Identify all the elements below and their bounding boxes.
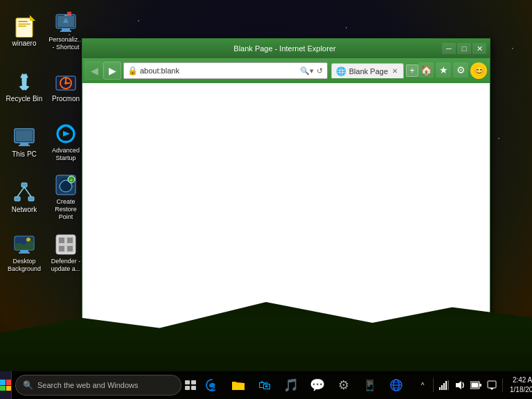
desktop-icon-desktop-background[interactable]: Desktop Background xyxy=(3,225,45,281)
refresh-button[interactable]: ↺ xyxy=(316,66,323,76)
taskbar-clock[interactable]: 2:42 AM 1/18/2016 xyxy=(506,375,532,395)
maximize-button[interactable]: □ xyxy=(457,43,471,54)
ie-address-actions: 🔍▾ ↺ xyxy=(299,66,323,76)
forward-button[interactable]: ▶ xyxy=(103,62,121,80)
desktop-icon-personalize[interactable]: Personaliz...- Shortcut xyxy=(45,3,87,59)
tray-volume-icon[interactable] xyxy=(453,371,467,399)
desktop-icon-winaero[interactable]: winaero xyxy=(3,3,45,59)
svg-rect-43 xyxy=(185,386,190,390)
taskbar-store-icon[interactable]: 🛍 xyxy=(252,373,277,398)
address-lock-icon: 🔒 xyxy=(127,66,137,76)
svg-rect-59 xyxy=(488,381,496,388)
svg-rect-10 xyxy=(60,30,71,32)
windows-logo-icon xyxy=(0,380,11,391)
svg-rect-23 xyxy=(28,197,34,201)
tab-favicon-icon: 🌐 xyxy=(336,66,346,76)
taskbar-divider xyxy=(433,378,434,392)
ie-content-area xyxy=(82,83,490,349)
svg-rect-57 xyxy=(479,384,481,387)
svg-marker-55 xyxy=(456,381,461,389)
svg-line-24 xyxy=(17,187,24,197)
svg-rect-52 xyxy=(443,383,445,390)
desktop-icon-advanced-startup[interactable]: Advanced Startup xyxy=(45,114,87,170)
task-view-button[interactable] xyxy=(185,371,196,399)
svg-marker-5 xyxy=(30,15,35,21)
svg-point-15 xyxy=(64,82,67,85)
svg-rect-9 xyxy=(62,28,70,30)
svg-rect-17 xyxy=(16,130,33,141)
ie-window-controls: ─ □ ✕ xyxy=(442,43,486,54)
tray-network-icon[interactable] xyxy=(437,371,451,399)
svg-rect-1 xyxy=(18,21,28,22)
taskbar-edge-icon[interactable] xyxy=(200,373,224,398)
svg-rect-18 xyxy=(20,143,28,145)
svg-rect-21 xyxy=(21,183,27,187)
desktop: winaero Personaliz...- Shortcut xyxy=(0,0,532,399)
clock-date: 1/18/2016 xyxy=(510,385,532,395)
taskbar: 🔍 Search the web and Windows xyxy=(0,371,532,399)
favorites-button[interactable]: ★ xyxy=(436,62,451,78)
taskbar-app-icons: 🛍 🎵 💬 ⚙ 📱 xyxy=(196,373,412,398)
svg-line-25 xyxy=(24,187,31,197)
svg-rect-22 xyxy=(15,197,20,201)
svg-rect-44 xyxy=(191,386,196,390)
taskbar-search-placeholder: Search the web and Windows xyxy=(37,381,139,389)
user-profile-button[interactable]: 😊 xyxy=(470,62,487,79)
desktop-icon-defender[interactable]: Defender - update a... xyxy=(45,225,87,281)
close-button[interactable]: ✕ xyxy=(472,43,486,54)
desktop-icon-thispc[interactable]: This PC xyxy=(3,114,45,170)
taskbar-ie-icon[interactable] xyxy=(384,373,409,398)
taskbar-system-tray: ^ xyxy=(412,371,532,399)
svg-rect-53 xyxy=(445,381,447,390)
settings-button[interactable]: ⚙ xyxy=(453,62,468,78)
svg-rect-11 xyxy=(64,15,67,16)
desktop-icon-procmon[interactable]: Procmon xyxy=(45,59,87,114)
tray-chevron-icon[interactable]: ^ xyxy=(416,371,429,399)
desktop-icon-restore-point[interactable]: + Create Restore Point xyxy=(45,170,87,225)
svg-rect-58 xyxy=(472,383,479,388)
start-button[interactable] xyxy=(0,371,12,399)
taskbar-app4-icon[interactable]: 🎵 xyxy=(278,373,303,398)
taskbar-search-bar[interactable]: 🔍 Search the web and Windows xyxy=(15,375,181,396)
ie-window-title: Blank Page - Internet Explorer xyxy=(127,44,442,53)
address-search-button[interactable]: 🔍▾ xyxy=(299,66,314,76)
svg-rect-38 xyxy=(67,238,73,243)
new-tab-button[interactable]: + xyxy=(406,64,418,77)
svg-rect-37 xyxy=(59,238,64,243)
svg-rect-54 xyxy=(447,380,449,390)
minimize-button[interactable]: ─ xyxy=(442,43,456,54)
ie-url-text: about:blank xyxy=(140,66,299,75)
back-button[interactable]: ◀ xyxy=(85,62,103,80)
clock-time: 2:42 AM xyxy=(513,375,532,385)
tray-battery-icon[interactable] xyxy=(469,371,483,399)
svg-rect-51 xyxy=(441,385,443,390)
desktop-icon-recycle[interactable]: Recycle Bin xyxy=(3,59,45,114)
taskbar-explorer-icon[interactable] xyxy=(226,373,251,398)
desktop-icons-area: winaero Personaliz...- Shortcut xyxy=(0,0,83,374)
svg-rect-2 xyxy=(18,24,30,25)
svg-rect-39 xyxy=(59,246,64,251)
desktop-icon-network[interactable]: Network xyxy=(3,170,45,225)
home-button[interactable]: 🏠 xyxy=(418,62,434,78)
svg-text:+: + xyxy=(70,177,73,184)
ie-tab-blank[interactable]: 🌐 Blank Page ✕ xyxy=(331,63,404,78)
svg-rect-3 xyxy=(18,26,26,27)
taskbar-settings-icon[interactable]: ⚙ xyxy=(331,373,356,398)
ie-address-bar[interactable]: 🔒 about:blank 🔍▾ ↺ xyxy=(123,62,328,79)
svg-rect-40 xyxy=(67,246,73,251)
svg-marker-12 xyxy=(67,12,71,16)
svg-rect-34 xyxy=(19,252,30,254)
svg-rect-50 xyxy=(439,387,441,390)
tab-close-button[interactable]: ✕ xyxy=(391,67,399,75)
svg-rect-41 xyxy=(185,380,190,384)
taskbar-skype-icon[interactable]: 💬 xyxy=(305,373,330,398)
taskbar-search-icon: 🔍 xyxy=(23,380,33,390)
svg-rect-33 xyxy=(20,250,28,252)
svg-rect-19 xyxy=(19,145,30,146)
taskbar-tablet-icon[interactable]: 📱 xyxy=(357,373,382,398)
taskbar-divider2 xyxy=(502,378,503,392)
svg-rect-42 xyxy=(191,380,196,384)
tray-notification-icon[interactable] xyxy=(485,371,499,399)
ie-tab-label: Blank Page xyxy=(349,67,388,76)
ie-titlebar: Blank Page - Internet Explorer ─ □ ✕ xyxy=(82,39,490,58)
